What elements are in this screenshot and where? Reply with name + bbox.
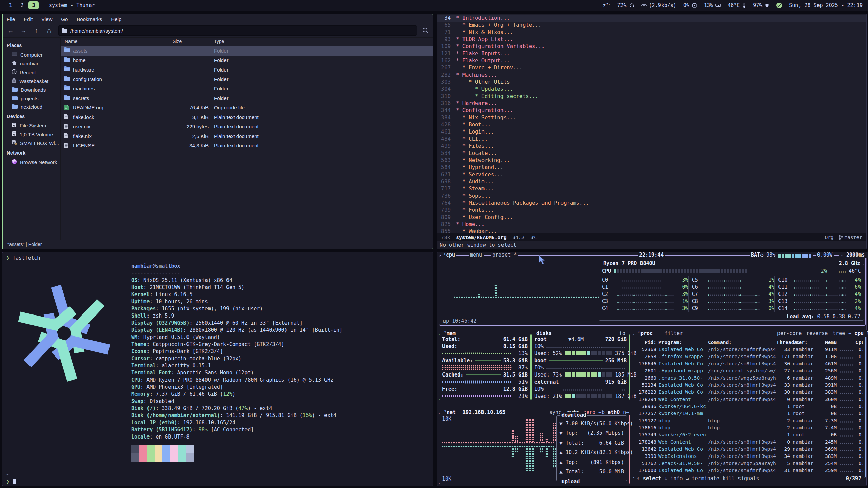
org-heading-line[interactable]: 799 * Fonts...	[437, 207, 866, 214]
org-heading-line[interactable]: 121* Flake Inputs...	[437, 50, 866, 57]
org-heading-line[interactable]: 303 * Other Utils	[437, 79, 866, 86]
process-row[interactable]: 178294Web Content/nix/store/sm8fmrf3wps4…	[636, 396, 863, 403]
org-heading-line[interactable]: 304 * Updates...	[437, 86, 866, 93]
workspace-2[interactable]: 2	[17, 1, 27, 9]
btop-terminal[interactable]: ¹cpumenupreset *22:19:44BAT○ 98% 0.00W- …	[437, 252, 867, 486]
org-heading-line[interactable]: 71 * Nix & Nixos...	[437, 29, 866, 36]
cpu-box-tab[interactable]: ¹cpu	[441, 252, 456, 258]
volume-indicator[interactable]: 72%	[617, 2, 634, 8]
filter-button[interactable]: filter	[663, 330, 684, 337]
memory-indicator[interactable]: 13%	[704, 2, 721, 8]
process-row[interactable]: 177257kworker/10:1-mm_ 1root0B 0.0	[636, 410, 863, 417]
org-heading-line[interactable]: 698 * Audio...	[437, 178, 866, 185]
cpu-indicator[interactable]: 0%	[683, 2, 697, 8]
org-heading-line[interactable]: 484 * CLI...	[437, 136, 866, 143]
process-row[interactable]: 52134Isolated Web Co/nix/store/sm8fmrf3w…	[636, 382, 863, 389]
org-heading-line[interactable]: 384 * Nix Settings...	[437, 114, 866, 121]
process-row[interactable]: 51762.emacs-31.0.50-/nix/store/wnqz5pa8r…	[636, 460, 863, 467]
path-bar[interactable]: /home/nambiar/system/	[58, 25, 417, 36]
sidebar-item-projects[interactable]: projects	[3, 94, 60, 103]
process-row[interactable]: 2601.Hyprland-wrapp/run/current-system/s…	[636, 367, 863, 374]
process-row[interactable]: 176223Isolated Web Co/nix/store/sm8fmrf3…	[636, 389, 863, 396]
menu-go[interactable]: Go	[61, 16, 68, 22]
fastfetch-terminal[interactable]: ❯ fastfetch nambiar@smallbox------------…	[2, 252, 433, 486]
menu-help[interactable]: Help	[111, 16, 121, 22]
process-row[interactable]: 178616btopbtop 2nambiar7.4M 0.0	[636, 424, 863, 431]
org-heading-line[interactable]: 855 * Waubar...	[437, 228, 866, 233]
org-heading-line[interactable]: 316* Hardware...	[437, 100, 866, 107]
org-heading-line[interactable]: 310 * Editing secrets...	[437, 93, 866, 100]
process-row[interactable]: 175749kworker/6:2-even 1root0B 0.0	[636, 431, 863, 439]
process-row[interactable]: 3390WebExtensions/nix/store/sm8fmrf3wps4…	[636, 453, 863, 460]
sidebar-item-wastebasket[interactable]: Wastebasket	[3, 77, 60, 86]
menu-file[interactable]: File	[7, 16, 15, 22]
org-heading-line[interactable]: 162* Flake Output...	[437, 57, 866, 64]
sidebar-item-computer[interactable]: Computer	[3, 50, 60, 59]
org-heading-line[interactable]: 534 * Locale...	[437, 150, 866, 157]
menu-edit[interactable]: Edit	[24, 16, 33, 22]
menu-view[interactable]: View	[41, 16, 52, 22]
shell-prompt[interactable]: ❯	[6, 478, 16, 485]
org-heading-line[interactable]: 344* Configuration...	[437, 107, 866, 114]
workspace-3[interactable]: 3	[28, 1, 39, 9]
org-heading-line[interactable]: 499 * Files...	[437, 143, 866, 150]
preset-button[interactable]: preset *	[491, 252, 518, 258]
process-row[interactable]: 2658.firefox-wrappe/nix/store/sm8fmrf3wp…	[636, 353, 863, 360]
process-row[interactable]: 176000Isolated Web Co/nix/store/sm8fmrf3…	[636, 467, 863, 474]
temperature-indicator[interactable]: 46°C	[728, 2, 746, 8]
process-row[interactable]: 13642Isolated Web Co/nix/store/sm8fmrf3w…	[636, 446, 863, 453]
org-buffer[interactable]: 34* Introduction...65 * Emacs + Org + Ta…	[437, 15, 866, 233]
file-row-user.nix[interactable]: user.nix 229 bytes Plain text document	[61, 122, 433, 131]
org-heading-line[interactable]: 809 * User Config...	[437, 214, 866, 221]
process-row[interactable]: 38936kworker/u64:6-kc 1root0B 0.0	[636, 403, 863, 410]
sidebar-item-file-system[interactable]: File System	[3, 121, 60, 130]
forward-button[interactable]: →	[20, 27, 27, 34]
org-heading-line[interactable]: 93* TLDR App List...	[437, 36, 866, 43]
proc-box-tab[interactable]: ⁴proc	[636, 330, 654, 337]
process-row[interactable]: 52368Isolated Web Co/nix/store/sm8fmrf3w…	[636, 346, 863, 353]
net-box-tab[interactable]: ³net	[442, 409, 457, 415]
org-heading-line[interactable]: 428 * Boot...	[437, 121, 866, 128]
sidebar-item-browse-network[interactable]: Browse Network	[3, 158, 60, 167]
back-button[interactable]: ←	[7, 27, 14, 34]
network-speed-indicator[interactable]: (2.9kb/s)	[641, 2, 676, 8]
file-row-configuration[interactable]: configuration Folder	[61, 75, 433, 84]
file-list-header[interactable]: Name Size Type	[61, 38, 433, 46]
org-heading-line[interactable]: 584 * Hyprland...	[437, 164, 866, 171]
org-heading-line[interactable]: 282* Machines...	[437, 72, 866, 79]
home-button[interactable]: ⌂	[45, 27, 53, 35]
process-row[interactable]: 176646Isolated Web Co/nix/store/sm8fmrf3…	[636, 360, 863, 367]
org-heading-line[interactable]: 461 * Login...	[437, 128, 866, 136]
file-row-secrets[interactable]: secrets Folder	[61, 94, 433, 103]
battery-indicator[interactable]: 97%	[753, 2, 769, 8]
process-row[interactable]: 179127btopbtop 2nambiar7.3M 0.0	[636, 417, 863, 424]
process-header[interactable]: Pid:Program:Command: Threads:User:MemB C…	[636, 339, 863, 346]
file-row-hardware[interactable]: hardware Folder	[61, 65, 433, 75]
org-heading-line[interactable]: 825* Home...	[437, 221, 866, 228]
workspace-1[interactable]: 1	[5, 1, 16, 9]
tree-button[interactable]: tree	[831, 330, 846, 337]
file-row-assets[interactable]: assets Folder	[61, 46, 433, 56]
idle-inhibitor-icon[interactable]: zzz	[603, 2, 611, 9]
file-row-machines[interactable]: machines Folder	[61, 84, 433, 94]
org-heading-line[interactable]: 764 * Miscellaneous Packages and Program…	[437, 200, 866, 207]
reverse-button[interactable]: reverse	[805, 330, 829, 337]
sidebar-item-nambiar[interactable]: nambiar	[3, 59, 60, 68]
sidebar-item-nextcloud[interactable]: nextcloud	[3, 103, 60, 111]
org-heading-line[interactable]: 65 * Emacs + Org + Tangle...	[437, 22, 866, 29]
sidebar-item-recent[interactable]: Recent	[3, 68, 60, 77]
sidebar-item-1-0-tb-volume[interactable]: 1,0 TB Volume	[3, 130, 60, 139]
per-core-button[interactable]: per-core	[776, 330, 803, 337]
org-heading-line[interactable]: 671 * Services...	[437, 171, 866, 178]
sidebar-item-downloads[interactable]: Downloads	[3, 86, 60, 94]
health-check[interactable]	[776, 2, 782, 8]
menu-bookmarks[interactable]: Bookmarks	[77, 16, 102, 22]
process-row[interactable]: 2660.emacs-31.0.50-/nix/store/wnqz5pa8ra…	[636, 374, 863, 382]
file-row-LICENSE[interactable]: LICENSE 34,3 KiB Plain text document	[61, 141, 433, 150]
iface-switcher[interactable]: ←b eth0 n→	[597, 409, 630, 415]
org-heading-line[interactable]: 563 * Networking...	[437, 157, 866, 164]
process-row[interactable]: 178248Web Content/nix/store/sm8fmrf3wps4…	[636, 439, 863, 446]
file-row-flake.lock[interactable]: flake.lock 3,1 KiB Plain text document	[61, 113, 433, 122]
search-icon[interactable]	[422, 27, 429, 34]
sort-selector[interactable]: ← cpu lazy →	[847, 330, 868, 337]
